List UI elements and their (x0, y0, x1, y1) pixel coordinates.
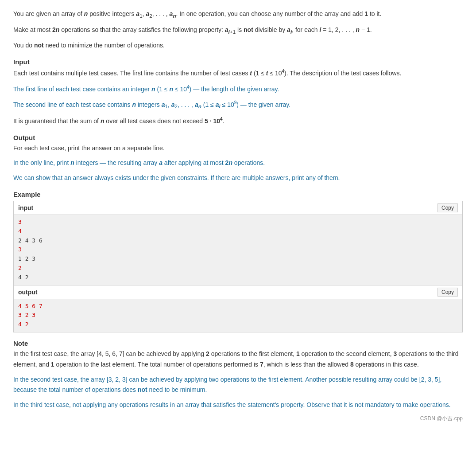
output-line-3: 4 2 (18, 320, 458, 329)
input-line-4: 3 (18, 245, 458, 254)
output-p1: For each test case, print the answer on … (13, 143, 463, 154)
input-content: 3 4 2 4 3 6 3 1 2 3 2 4 2 (14, 215, 462, 285)
input-line-6: 2 (18, 264, 458, 273)
output-line-2: 3 2 3 (18, 311, 458, 320)
input-p4: It is guaranteed that the sum of n over … (13, 115, 463, 126)
intro-p3: You do not need to minimize the number o… (13, 40, 463, 51)
output-line-1: 4 5 6 7 (18, 302, 458, 311)
note-p2: In the second test case, the array [3, 2… (13, 375, 463, 396)
input-line-7: 4 2 (18, 273, 458, 282)
intro-p2: Make at most 2n operations so that the a… (13, 25, 463, 36)
intro-p1: You are given an array of n positive int… (13, 9, 463, 20)
note-p1: In the first test case, the array [4, 5,… (13, 349, 463, 370)
input-label: input (18, 204, 33, 211)
input-p1: Each test contains multiple test cases. … (13, 67, 463, 78)
input-line-1: 3 (18, 218, 458, 227)
problem-container: You are given an array of n positive int… (13, 9, 463, 422)
input-block: input Copy 3 4 2 4 3 6 3 1 2 3 2 4 2 (13, 201, 463, 285)
input-line-2: 4 (18, 227, 458, 236)
output-p2: In the only line, print n integers — the… (13, 158, 463, 168)
output-header: output Copy (14, 285, 462, 299)
note-section: Note In the first test case, the array [… (13, 340, 463, 410)
note-p3: In the third test case, not applying any… (13, 400, 463, 410)
note-title: Note (13, 340, 463, 347)
output-label: output (18, 289, 38, 296)
output-copy-button[interactable]: Copy (437, 288, 458, 297)
output-content: 4 5 6 7 3 2 3 4 2 (14, 299, 462, 332)
input-line-3: 2 4 3 6 (18, 236, 458, 246)
input-section-title: Input (13, 58, 463, 66)
input-line-5: 1 2 3 (18, 254, 458, 264)
example-title: Example (13, 191, 463, 198)
watermark: CSDN @小吉.cpp (13, 415, 463, 422)
output-section-title: Output (13, 134, 463, 141)
input-p2: The first line of each test case contain… (13, 83, 463, 94)
output-p3: We can show that an answer always exists… (13, 173, 463, 184)
input-copy-button[interactable]: Copy (437, 203, 458, 212)
input-p3: The second line of each test case contai… (13, 99, 463, 111)
input-header: input Copy (14, 201, 462, 215)
output-block: output Copy 4 5 6 7 3 2 3 4 2 (13, 285, 463, 332)
